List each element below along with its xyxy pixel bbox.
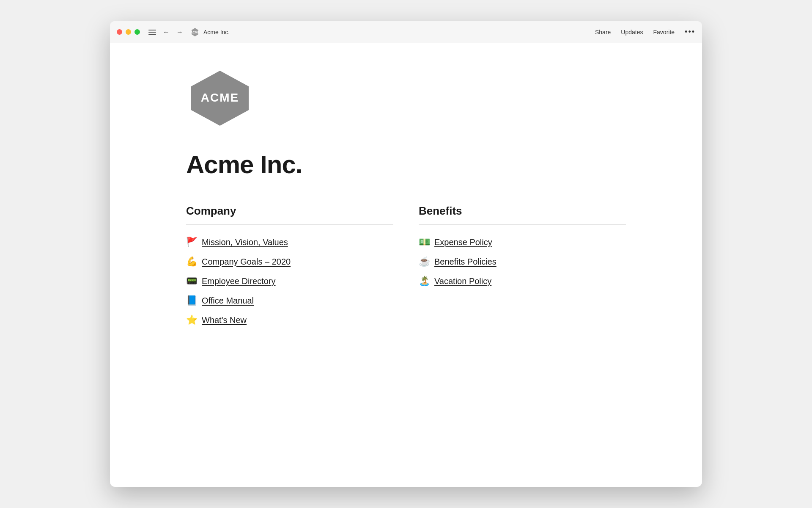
mission-link[interactable]: Mission, Vision, Values — [202, 237, 288, 247]
company-section-heading: Company — [186, 204, 393, 218]
brand-icon: ACME — [190, 27, 200, 37]
benefits-section-heading: Benefits — [419, 204, 626, 218]
back-button[interactable]: ← — [161, 28, 171, 37]
list-item[interactable]: 💪 Company Goals – 2020 — [186, 253, 393, 271]
list-item[interactable]: 📘 Office Manual — [186, 292, 393, 309]
sections-grid: Company 🚩 Mission, Vision, Values 💪 Comp… — [186, 204, 626, 329]
forward-button[interactable]: → — [175, 28, 185, 37]
goals-link[interactable]: Company Goals – 2020 — [202, 257, 291, 267]
vacation-icon: 🏝️ — [419, 276, 430, 287]
brand-area: ACME Acme Inc. — [190, 27, 595, 37]
whats-new-icon: ⭐ — [186, 315, 198, 326]
benefits-divider — [419, 224, 626, 225]
directory-icon: 📟 — [186, 276, 198, 287]
page-title: Acme Inc. — [186, 150, 626, 179]
app-window: ← → ACME Acme Inc. Share Updates Favorit… — [110, 21, 702, 487]
list-item[interactable]: 📟 Employee Directory — [186, 272, 393, 290]
page-content: ACME Acme Inc. Company 🚩 Mission, Vision… — [110, 43, 702, 487]
svg-text:ACME: ACME — [191, 31, 200, 34]
mission-icon: 🚩 — [186, 237, 198, 248]
benefits-policies-icon: ☕ — [419, 256, 430, 267]
brand-title: Acme Inc. — [203, 29, 230, 36]
benefits-section: Benefits 💵 Expense Policy ☕ Benefits Pol… — [419, 204, 626, 329]
benefits-link-list: 💵 Expense Policy ☕ Benefits Policies 🏝️ … — [419, 233, 626, 290]
list-item[interactable]: 🚩 Mission, Vision, Values — [186, 233, 393, 251]
expense-link[interactable]: Expense Policy — [434, 237, 492, 247]
title-bar-actions: Share Updates Favorite ••• — [595, 28, 695, 36]
traffic-lights — [117, 29, 140, 35]
nav-buttons: ← → — [161, 28, 185, 37]
company-section: Company 🚩 Mission, Vision, Values 💪 Comp… — [186, 204, 393, 329]
goals-icon: 💪 — [186, 256, 198, 267]
maximize-button[interactable] — [134, 29, 140, 35]
manual-icon: 📘 — [186, 295, 198, 306]
title-bar: ← → ACME Acme Inc. Share Updates Favorit… — [110, 21, 702, 43]
company-divider — [186, 224, 393, 225]
share-button[interactable]: Share — [595, 29, 611, 36]
minimize-button[interactable] — [126, 29, 131, 35]
expense-icon: 💵 — [419, 237, 430, 248]
benefits-policies-link[interactable]: Benefits Policies — [434, 257, 497, 267]
manual-link[interactable]: Office Manual — [202, 296, 254, 306]
more-button[interactable]: ••• — [685, 28, 695, 36]
favorite-button[interactable]: Favorite — [653, 29, 675, 36]
list-item[interactable]: ☕ Benefits Policies — [419, 253, 626, 271]
updates-button[interactable]: Updates — [621, 29, 643, 36]
menu-button[interactable] — [147, 28, 158, 36]
list-item[interactable]: 🏝️ Vacation Policy — [419, 272, 626, 290]
svg-text:ACME: ACME — [201, 91, 239, 104]
acme-logo: ACME — [186, 69, 254, 128]
whats-new-link[interactable]: What's New — [202, 315, 247, 325]
list-item[interactable]: ⭐ What's New — [186, 311, 393, 329]
directory-link[interactable]: Employee Directory — [202, 276, 276, 286]
page-logo: ACME — [186, 69, 626, 130]
vacation-link[interactable]: Vacation Policy — [434, 276, 491, 286]
list-item[interactable]: 💵 Expense Policy — [419, 233, 626, 251]
close-button[interactable] — [117, 29, 122, 35]
company-link-list: 🚩 Mission, Vision, Values 💪 Company Goal… — [186, 233, 393, 329]
